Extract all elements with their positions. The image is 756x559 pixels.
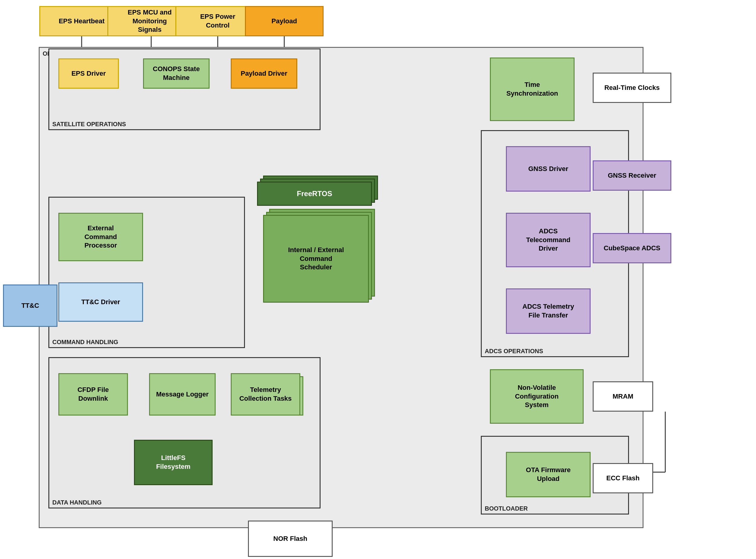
bootloader-label: BOOTLOADER [485,505,528,512]
littlefs-box: LittleFS Filesystem [134,440,213,485]
eps-driver-box: EPS Driver [58,59,119,89]
cmd-handling-label: COMMAND HANDLING [52,339,118,345]
ota-firmware-box: OTA Firmware Upload [506,452,591,497]
data-handling-label: DATA HANDLING [52,499,102,506]
data-handling-group: DATA HANDLING CFDP File Downlink Message… [48,357,321,509]
telemetry-box: Telemetry Collection Tasks [231,373,300,416]
satellite-ops-label: SATELLITE OPERATIONS [52,121,126,128]
cmd-handling-group: COMMAND HANDLING External Command Proces… [48,197,245,348]
satellite-ops-group: SATELLITE OPERATIONS EPS Driver CONOPS S… [48,48,321,130]
scheduler-box: Internal / External Command Scheduler [263,215,369,303]
adcs-telemetry-box: ADCS Telemetry File Transfer [506,288,591,334]
ttc-driver-box: TT&C Driver [58,282,143,322]
gnss-driver-box: GNSS Driver [506,146,591,192]
msg-logger-box: Message Logger [149,373,216,416]
rtc-box: Real-Time Clocks [593,73,671,103]
non-volatile-box: Non-Volatile Configuration System [490,369,584,424]
mram-box: MRAM [593,381,653,411]
payload-driver-box: Payload Driver [231,59,297,89]
ext-cmd-proc-box: External Command Processor [58,213,143,261]
freertos-box: FreeRTOS [257,182,372,206]
ttc-box: TT&C [3,285,57,327]
cfdp-box: CFDP File Downlink [58,373,128,416]
nor-flash-box: NOR Flash [248,520,333,557]
payload-top-box: Payload [245,6,324,36]
conops-box: CONOPS State Machine [143,59,210,89]
ecc-flash-box: ECC Flash [593,463,653,493]
diagram: OBC EPS Heartbeat EPS MCU and Monitoring… [0,0,756,559]
adcs-ops-label: ADCS OPERATIONS [485,348,543,355]
cubespace-box: CubeSpace ADCS [593,233,671,263]
adcs-telecommand-box: ADCS Telecommand Driver [506,213,591,267]
gnss-receiver-box: GNSS Receiver [593,160,671,191]
time-sync-box: Time Synchronization [490,58,574,121]
